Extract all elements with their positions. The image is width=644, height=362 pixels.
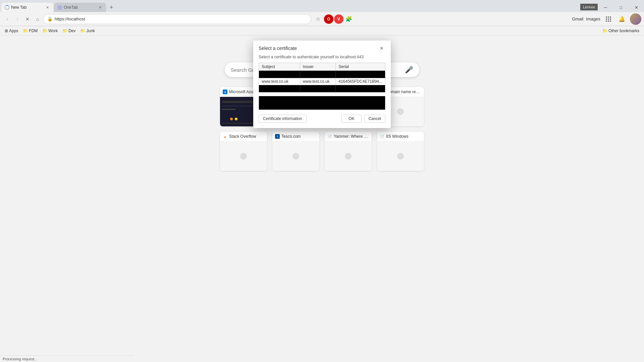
bookmark-junk[interactable]: 📁 Junk xyxy=(78,28,97,34)
avatar-button[interactable] xyxy=(630,13,641,25)
iis-preview xyxy=(377,141,424,171)
minimize-button[interactable]: ─ xyxy=(598,3,613,12)
back-button[interactable]: ‹ xyxy=(3,14,12,24)
cancel-button[interactable]: Cancel xyxy=(364,115,385,123)
tab-close-new[interactable]: ✕ xyxy=(45,5,50,10)
dev-folder-icon: 📁 xyxy=(62,28,67,33)
extensions-button[interactable]: 🧩 xyxy=(344,14,354,24)
forward-button[interactable]: › xyxy=(13,14,22,24)
tab-onetab[interactable]: OneTab ✕ xyxy=(54,3,106,12)
new-tab-label: New Tab xyxy=(11,5,26,10)
cert-row-1[interactable]: www.test.co.uk www.test.co.uk 4164565FDC… xyxy=(259,78,385,85)
new-tab-spinner xyxy=(5,5,9,10)
bookmark-apps[interactable]: ⊞ Apps xyxy=(3,28,20,34)
bookmark-fdm[interactable]: 📁 FDM xyxy=(21,28,40,34)
yammer-preview xyxy=(325,141,372,171)
certificate-dialog: Select a certificate ✕ Select a certific… xyxy=(253,41,391,128)
domain-title: Domain name regist... xyxy=(386,89,421,94)
cert-row-1-serial: 4164565FDC4E71B94... xyxy=(336,78,385,85)
bookmark-dev[interactable]: 📁 Dev xyxy=(60,28,77,34)
thumbnail-iis[interactable]: 📄 IIS Windows xyxy=(377,132,424,171)
so-favicon: ▲ xyxy=(223,134,227,139)
cert-row-0-issuer xyxy=(300,71,336,78)
cert-row-1-issuer: www.test.co.uk xyxy=(300,78,336,85)
tesco-title: Tesco.com xyxy=(281,134,301,139)
cert-table-header-row: Subject Issuer Serial xyxy=(259,63,385,71)
maximize-button[interactable]: □ xyxy=(613,3,629,12)
nav-right-buttons: ☆ xyxy=(313,14,323,24)
cert-header-serial: Serial xyxy=(336,63,385,71)
work-label: Work xyxy=(48,28,58,33)
reload-button[interactable]: ✕ xyxy=(23,14,32,24)
images-link[interactable]: Images xyxy=(586,16,600,21)
home-button[interactable]: ⌂ xyxy=(33,14,42,24)
cert-row-2[interactable] xyxy=(259,85,385,93)
dev-label: Dev xyxy=(68,28,75,33)
notification-button[interactable]: 🔔 xyxy=(616,14,627,24)
apps-bookmark-label: Apps xyxy=(9,28,18,33)
tesco-loading xyxy=(292,153,299,160)
cert-detail-box xyxy=(259,96,385,110)
tesco-title-bar: T Tesco.com xyxy=(272,132,319,141)
cert-row-0[interactable] xyxy=(259,71,385,78)
so-preview xyxy=(220,141,267,171)
apps-grid-button[interactable] xyxy=(603,14,614,24)
vivaldi-icon[interactable]: V xyxy=(334,14,343,24)
cert-row-2-issuer xyxy=(300,85,336,93)
other-bookmarks[interactable]: 📁 Other bookmarks xyxy=(600,28,641,34)
junk-label: Junk xyxy=(86,28,95,33)
browser-chrome: New Tab ✕ OneTab ✕ + Lennox ─ □ ✕ ‹ › ✕ … xyxy=(0,0,644,36)
yammer-favicon: 📄 xyxy=(327,134,332,139)
cert-header-subject: Subject xyxy=(259,63,300,71)
onetab-favicon xyxy=(57,5,62,10)
fdm-label: FDM xyxy=(29,28,38,33)
tab-bar: New Tab ✕ OneTab ✕ + Lennox ─ □ ✕ xyxy=(0,0,644,12)
bookmark-star-button[interactable]: ☆ xyxy=(313,14,323,24)
grid-icon xyxy=(606,16,611,22)
tesco-favicon: T xyxy=(275,134,280,139)
azure-title: Microsoft Azure xyxy=(229,89,257,94)
thumbnail-yammer[interactable]: 📄 Yammer: Where Tea... xyxy=(325,132,372,171)
cert-row-2-serial xyxy=(336,85,385,93)
new-tab-button[interactable]: + xyxy=(107,3,116,12)
onetab-label: OneTab xyxy=(64,5,78,10)
iis-title: IIS Windows xyxy=(386,134,409,139)
window-user-label: Lennox xyxy=(580,4,598,10)
address-text[interactable]: https://localhost xyxy=(55,16,307,21)
ok-button[interactable]: OK xyxy=(341,115,361,123)
thumbnail-stackoverflow[interactable]: ▲ Stack Overflow xyxy=(220,132,267,171)
so-loading xyxy=(240,153,247,160)
thumbnail-tesco[interactable]: T Tesco.com xyxy=(272,132,319,171)
certificate-table: Subject Issuer Serial xyxy=(259,63,385,93)
so-title-bar: ▲ Stack Overflow xyxy=(220,132,267,141)
dialog-title: Select a certificate xyxy=(259,46,297,51)
apps-bookmark-icon: ⊞ xyxy=(5,28,8,33)
ok-cancel-buttons: OK Cancel xyxy=(341,115,385,123)
status-text: Processing request... xyxy=(3,357,37,361)
status-bar: Processing request... xyxy=(0,355,134,362)
dialog-buttons: Certificate information OK Cancel xyxy=(259,115,385,123)
tab-close-onetab[interactable]: ✕ xyxy=(97,5,103,10)
dialog-header: Select a certificate ✕ xyxy=(253,41,391,55)
opera-icon[interactable]: O xyxy=(324,14,333,24)
address-bar[interactable]: 🔒 https://localhost xyxy=(43,14,311,24)
gmail-link[interactable]: Gmail xyxy=(572,16,583,21)
tesco-preview xyxy=(272,141,319,171)
cert-header-issuer: Issuer xyxy=(300,63,336,71)
so-title: Stack Overflow xyxy=(229,134,256,139)
bookmarks-right: 📁 Other bookmarks xyxy=(600,28,641,34)
domain-loading xyxy=(397,108,404,115)
avatar-image xyxy=(630,13,641,25)
tab-new-tab[interactable]: New Tab ✕ xyxy=(1,3,53,12)
certificate-info-button[interactable]: Certificate information xyxy=(259,115,307,123)
dialog-close-button[interactable]: ✕ xyxy=(378,45,385,52)
mic-icon[interactable]: 🎤 xyxy=(405,66,413,74)
work-folder-icon: 📁 xyxy=(42,28,47,33)
cert-row-2-subject xyxy=(259,85,300,93)
close-window-button[interactable]: ✕ xyxy=(629,3,644,12)
cert-row-1-subject: www.test.co.uk xyxy=(259,78,300,85)
iis-favicon: 📄 xyxy=(380,134,384,139)
azure-favicon: A xyxy=(223,89,227,94)
bookmark-work[interactable]: 📁 Work xyxy=(40,28,60,34)
yammer-loading xyxy=(345,153,352,160)
